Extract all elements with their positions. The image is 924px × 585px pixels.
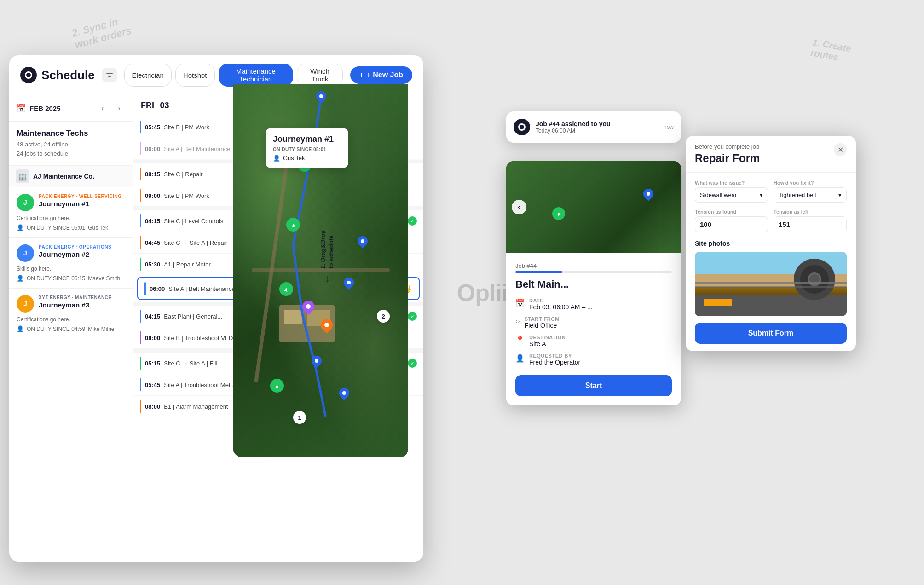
month-display: FEB 2025 <box>29 104 92 112</box>
belt-stripe-1 <box>704 299 732 302</box>
filter-button[interactable] <box>102 68 117 82</box>
tooltip-badge: ON DUTY SINCE 05:01 <box>273 147 341 152</box>
jdc-row-req: 👤 REQUESTED BY Fred the Operator <box>515 353 672 366</box>
tech-j2-skills: Skills go here. <box>17 266 126 272</box>
jdc-job-num: Job #44 <box>515 262 672 269</box>
jdc-date-info: DATE Feb 03, 06:00 AM – ... <box>529 298 593 311</box>
job-bar <box>144 282 146 295</box>
chip-maintenance-technician[interactable]: Maintenance Technician <box>219 64 294 87</box>
month-bar: 📅 FEB 2025 ‹ › <box>9 95 133 122</box>
map-building-1 <box>284 310 302 324</box>
rfc-body: What was the issue? Sidewall wear ▾ How'… <box>686 173 856 351</box>
notif-logo <box>514 119 530 135</box>
job-time: 08:00 <box>145 403 160 410</box>
chip-winch-truck[interactable]: Winch Truck <box>297 64 343 87</box>
tech-j2-info: PACK ENERGY · OPERATIONS Journeyman #2 <box>39 244 111 258</box>
jdc-title: Belt Main... <box>515 278 672 290</box>
rfc-fix-value: Tightened belt <box>779 191 816 198</box>
rfc-tension-found-input[interactable] <box>695 216 768 232</box>
new-job-button[interactable]: + + New Job <box>350 66 412 84</box>
job-time: 05:45 <box>145 124 160 131</box>
map-pin-top[interactable] <box>315 91 327 106</box>
jdc-start-value: Field Office <box>525 322 560 329</box>
chip-hotshot[interactable]: Hotshot <box>175 64 215 87</box>
job-time: 09:00 <box>145 192 160 199</box>
jdc-map-section: ▲ ‹ <box>506 161 681 253</box>
tech-j3-skills: Certifications go here. <box>17 316 126 323</box>
job-bar <box>140 236 141 249</box>
drag-annotation: 2. Drag&Dropto schedule ↓ <box>229 230 423 284</box>
belt-stripe-2 <box>704 302 732 306</box>
tech-j1-name: Journeyman #1 <box>39 200 122 208</box>
notification-card[interactable]: Job #44 assigned to you Today 06:00 AM n… <box>506 111 681 143</box>
job-bar <box>140 121 141 133</box>
techs-active: 48 active, 24 offline <box>17 140 126 149</box>
rfc-photos-label: Site photos <box>695 240 847 247</box>
jdc-dest-label: DESTINATION <box>529 335 566 340</box>
notif-text: Job #44 assigned to you Today 06:00 AM <box>536 120 658 134</box>
tech-j2-name: Journeyman #2 <box>39 250 111 258</box>
tech-j1-duty-time: ON DUTY SINCE 05:01 <box>27 225 85 231</box>
tech-card-j1[interactable]: J PACK ENERGY · WELL SERVICING Journeyma… <box>9 187 133 238</box>
map-tooltip[interactable]: Journeyman #1 ON DUTY SINCE 05:01 👤 Gus … <box>266 128 348 168</box>
sidebar: 📅 FEB 2025 ‹ › Maintenance Techs 48 acti… <box>9 95 133 562</box>
rfc-tension-left-input[interactable] <box>774 216 847 232</box>
rfc-photo <box>695 252 847 316</box>
tech-card-j2-header: J PACK ENERGY · OPERATIONS Journeyman #2 <box>17 244 126 262</box>
map-pin-bottom1[interactable] <box>312 356 322 366</box>
jdc-req-label: REQUESTED BY <box>529 353 580 359</box>
jdc-back-button[interactable]: ‹ <box>512 200 526 214</box>
map-pin-orange[interactable] <box>321 319 333 331</box>
job-time: 05:15 <box>145 360 160 367</box>
duty-icon-j3: 👤 <box>17 325 24 332</box>
svg-rect-0 <box>106 73 113 74</box>
map-pin-purple[interactable] <box>302 301 314 313</box>
job-bar <box>140 189 141 202</box>
chip-electrician[interactable]: Electrician <box>124 64 172 87</box>
job-bar <box>140 378 141 391</box>
rfc-tension-found-label: Tension as found <box>695 209 768 214</box>
job-bar <box>140 310 141 323</box>
job-check-icon: ✓ <box>408 312 417 321</box>
tech-j3-company: XYZ ENERGY · MAINTENANCE <box>39 295 112 300</box>
rfc-title: Repair Form <box>695 152 760 165</box>
job-bar <box>140 142 141 155</box>
tech-card-j3-header: J XYZ ENERGY · MAINTENANCE Journeyman #3 <box>17 295 126 313</box>
rfc-tension-left-field: Tension as left <box>774 209 847 232</box>
tech-card-j3[interactable]: J XYZ ENERGY · MAINTENANCE Journeyman #3… <box>9 289 133 339</box>
rfc-tension-found-field: Tension as found <box>695 209 768 232</box>
rfc-issue-select[interactable]: Sidewall wear ▾ <box>695 187 768 203</box>
map-pin-bottom2[interactable] <box>339 388 349 398</box>
app-title: Schedule <box>41 68 95 82</box>
prev-month-arrow[interactable]: ‹ <box>96 102 109 115</box>
notif-time: now <box>664 124 674 130</box>
rfc-fix-select[interactable]: Tightened belt ▾ <box>774 187 847 203</box>
rfc-tension-left-label: Tension as left <box>774 209 847 214</box>
jdc-start-button[interactable]: Start <box>515 375 672 396</box>
rfc-submit-button[interactable]: Submit Form <box>695 323 847 344</box>
logo-area: Schedule <box>20 67 95 83</box>
new-job-icon: + <box>359 71 364 79</box>
tech-j1-info: PACK ENERGY · WELL SERVICING Journeyman … <box>39 194 122 208</box>
route-badge-2: 2 <box>377 310 390 323</box>
company-aj-name: AJ Maintenance Co. <box>33 173 94 180</box>
jdc-map-bg: ▲ <box>506 161 681 253</box>
belt-cable-1 <box>695 282 847 284</box>
techs-jobs: 24 jobs to schedule <box>17 149 126 158</box>
rfc-close-button[interactable]: ✕ <box>834 143 847 156</box>
calendar-icon: 📅 <box>17 104 26 113</box>
jdc-dest-info: DESTINATION Site A <box>529 335 566 348</box>
svg-rect-2 <box>108 76 111 77</box>
job-check-icon: ✓ <box>408 216 417 226</box>
job-bar <box>140 357 141 370</box>
job-time: 06:00 <box>150 285 165 292</box>
company-aj: 🏢 AJ Maintenance Co. <box>9 166 133 187</box>
next-month-arrow[interactable]: › <box>113 102 126 115</box>
jdc-nav-arrow: ▲ <box>550 205 567 222</box>
tech-card-j2[interactable]: J PACK ENERGY · OPERATIONS Journeyman #2… <box>9 238 133 289</box>
rfc-photo-bg <box>695 252 847 316</box>
repair-form-card: Before you complete job Repair Form ✕ Wh… <box>686 136 856 351</box>
job-time: 06:00 <box>145 145 160 152</box>
jdc-body: Job #44 Belt Main... 📅 DATE Feb 03, 06:0… <box>506 253 681 405</box>
job-bar <box>140 331 141 344</box>
